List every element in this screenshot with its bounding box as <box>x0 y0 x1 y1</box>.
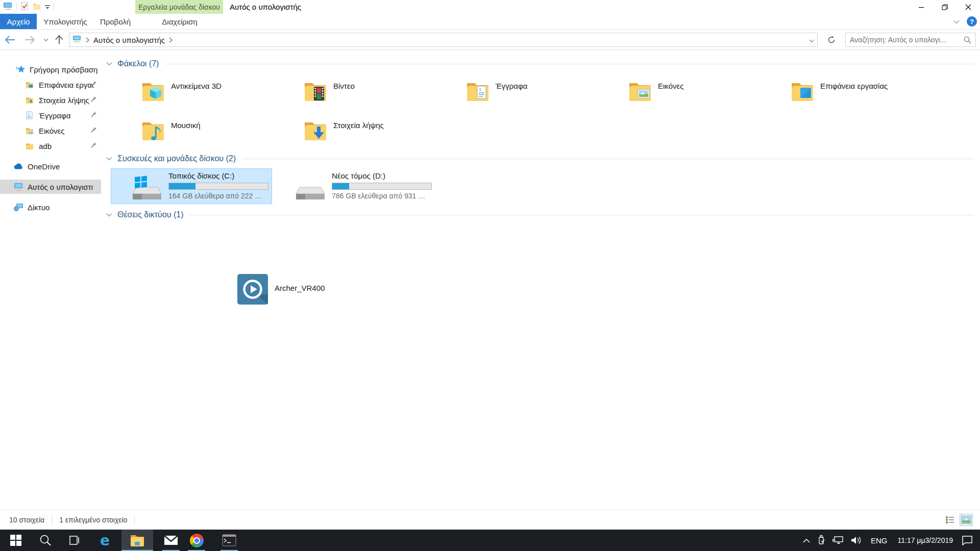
group-label[interactable]: Θέσεις δικτύου (1) <box>117 210 183 219</box>
forward-button[interactable] <box>22 33 37 47</box>
system-tray: ENG 11:17 μμ 3/2/2019 <box>799 530 980 551</box>
search-box <box>845 33 976 47</box>
new-folder-icon[interactable] <box>32 2 41 12</box>
sidebar-item-label: OneDrive <box>28 162 101 171</box>
close-button[interactable] <box>957 0 980 14</box>
drive-tools-context-header: Εργαλεία μονάδας δίσκου <box>135 0 223 14</box>
help-button[interactable]: ? <box>967 16 977 27</box>
command-prompt-button[interactable] <box>217 530 241 551</box>
drive-name: Τοπικός δίσκος (C:) <box>168 171 270 180</box>
breadcrumb-segment[interactable]: Αυτός ο υπολογιστής <box>93 36 165 44</box>
usb-safely-remove-icon[interactable] <box>814 530 829 551</box>
drive-free-space: 164 GB ελεύθερα από 222 … <box>168 192 270 200</box>
folder-tile-pictures[interactable]: Εικόνες <box>622 76 775 109</box>
customize-quick-access-icon[interactable] <box>44 3 51 12</box>
action-center-icon[interactable] <box>958 530 980 551</box>
search-icon[interactable] <box>964 36 975 44</box>
documents-folder-icon: A <box>465 78 489 104</box>
sidebar-item-onedrive[interactable]: OneDrive <box>0 159 101 173</box>
collapse-chevron-icon[interactable] <box>106 157 112 161</box>
restore-button[interactable] <box>933 0 957 14</box>
chrome-button[interactable] <box>185 530 208 551</box>
tile-label: Βίντεο <box>333 82 355 109</box>
pin-icon <box>90 96 97 105</box>
details-view-button[interactable] <box>943 514 957 526</box>
drive-tile-d[interactable]: Νέος τόμος (D:) 786 GB ελεύθερα από 931 … <box>274 168 435 204</box>
network-status-icon[interactable] <box>829 530 847 551</box>
items-count: 10 στοιχεία <box>9 516 44 524</box>
divider <box>52 515 52 524</box>
folder-tile-downloads[interactable]: Στοιχεία λήψης <box>298 115 451 148</box>
tile-label: Εικόνες <box>658 82 683 109</box>
folder-tile-desktop[interactable]: Επιφάνεια εργασίας <box>785 76 938 109</box>
up-button[interactable] <box>52 33 66 47</box>
group-label[interactable]: Φάκελοι (7) <box>117 59 159 68</box>
tab-manage[interactable]: Διαχείριση <box>137 14 223 29</box>
group-header-folders: Φάκελοι (7) <box>106 58 974 69</box>
explorer-window-icon[interactable] <box>3 2 13 13</box>
drive-usage-bar <box>332 183 432 190</box>
sidebar-item-downloads[interactable]: Στοιχεία λήψης <box>0 93 101 107</box>
breadcrumb-chevron-icon[interactable] <box>169 37 173 43</box>
sidebar-item-pictures[interactable]: Εικόνες <box>0 123 101 138</box>
folder-tile-3d-objects[interactable]: Αντικείμενα 3D <box>135 76 288 109</box>
task-view-button[interactable] <box>62 530 86 551</box>
back-button[interactable] <box>3 33 17 47</box>
navigation-pane: Γρήγορη πρόσβαση Επιφάνεια εργασ Στοιχεί… <box>0 50 102 509</box>
sidebar-item-quick-access[interactable]: Γρήγορη πρόσβαση <box>0 62 101 77</box>
collapse-chevron-icon[interactable] <box>106 213 112 217</box>
group-rule <box>242 159 974 159</box>
clock[interactable]: 11:17 μμ 3/2/2019 <box>892 530 958 551</box>
taskbar-search-button[interactable] <box>34 530 57 551</box>
tab-computer[interactable]: Υπολογιστής <box>37 14 94 29</box>
properties-check-icon[interactable] <box>20 2 29 13</box>
divider <box>54 3 54 11</box>
sidebar-item-label: Εικόνες <box>39 127 94 135</box>
sidebar-item-this-pc[interactable]: Αυτός ο υπολογιστής <box>0 180 101 194</box>
chrome-icon <box>190 534 204 547</box>
navigation-bar: Αυτός ο υπολογιστής <box>0 30 980 50</box>
mail-button[interactable] <box>159 530 183 551</box>
tray-expand-chevron-icon[interactable] <box>799 530 814 551</box>
group-label[interactable]: Συσκευές και μονάδες δίσκου (2) <box>117 154 236 163</box>
title-bar: Εργαλεία μονάδας δίσκου Αυτός ο υπολογισ… <box>0 0 980 14</box>
minimize-button[interactable] <box>910 0 933 14</box>
sidebar-item-adb[interactable]: adb <box>0 139 101 153</box>
ribbon-tab-row: Αρχείο Υπολογιστής Προβολή Διαχείριση ? <box>0 14 980 30</box>
network-tile-archer[interactable]: Archer_VR400 <box>232 273 385 309</box>
tab-file[interactable]: Αρχείο <box>0 14 37 29</box>
tile-label: Archer_VR400 <box>275 284 325 309</box>
collapse-chevron-icon[interactable] <box>106 62 112 66</box>
recent-locations-chevron-icon[interactable] <box>41 33 51 47</box>
ribbon-collapse-chevron-icon[interactable] <box>950 16 963 28</box>
files-view: Φάκελοι (7) Αντικείμενα 3D Βίντεο A Έγγρ… <box>102 50 980 509</box>
search-input[interactable] <box>846 36 964 44</box>
file-explorer-button[interactable] <box>121 530 153 551</box>
window-title: Αυτός ο υπολογιστής <box>230 0 301 14</box>
start-button[interactable] <box>4 530 28 551</box>
folder-icon <box>24 142 35 150</box>
folder-tile-documents[interactable]: A Έγγραφα <box>460 76 613 109</box>
sidebar-item-desktop[interactable]: Επιφάνεια εργασ <box>0 78 101 92</box>
drive-tile-c[interactable]: Τοπικός δίσκος (C:) 164 GB ελεύθερα από … <box>111 168 272 204</box>
sidebar-item-network[interactable]: Δίκτυο <box>0 200 101 214</box>
music-folder-icon <box>140 117 165 143</box>
sidebar-item-label: Επιφάνεια εργασ <box>39 81 94 89</box>
drive-usage-fill <box>169 183 195 189</box>
sidebar-item-documents[interactable]: A Έγγραφα <box>0 108 101 122</box>
folder-tile-videos[interactable]: Βίντεο <box>298 76 451 109</box>
pictures-folder-icon <box>24 127 35 135</box>
edge-button[interactable]: e <box>94 530 117 551</box>
language-indicator[interactable]: ENG <box>866 530 893 551</box>
folder-tile-music[interactable]: Μουσική <box>135 115 288 148</box>
group-rule <box>189 215 974 215</box>
tab-view[interactable]: Προβολή <box>94 14 137 29</box>
group-header-devices: Συσκευές και μονάδες δίσκου (2) <box>106 153 974 164</box>
address-dropdown-chevron-icon[interactable] <box>809 36 814 44</box>
address-bar[interactable]: Αυτός ο υπολογιστής <box>69 33 818 47</box>
volume-icon[interactable] <box>847 530 866 551</box>
taskbar: e ENG 11:17 μμ 3/2/2019 <box>0 530 980 551</box>
svg-text:A: A <box>27 112 30 115</box>
large-icons-view-button[interactable] <box>960 514 973 526</box>
refresh-button[interactable] <box>824 33 839 47</box>
